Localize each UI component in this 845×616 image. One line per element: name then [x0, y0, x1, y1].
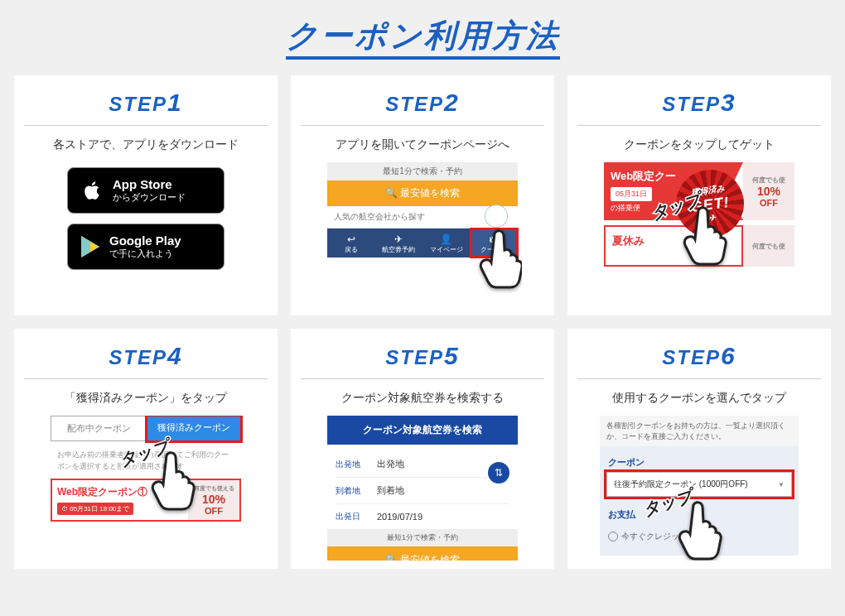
touch-ripple-icon: [485, 205, 507, 227]
step-card-4: STEP4 「獲得済みクーポン」をタップ 配布中クーポン 獲得済みクーポン お申…: [14, 329, 278, 569]
mock-search-bar: 最安値を検索: [327, 180, 518, 206]
step-visual: 配布中クーポン 獲得済みクーポン お申込み前の搭乗者情報入力画面にてご利用のクー…: [46, 416, 245, 561]
select-note: 各種割引クーポンをお持ちの方は、一覧より選択頂くか、コードを直接ご入力ください。: [600, 416, 799, 446]
app-store-name: App Store: [113, 177, 186, 192]
apple-icon: [81, 180, 103, 201]
google-play-badge[interactable]: Google Playで手に入れよう: [67, 224, 225, 270]
search-tagline: 最短1分で検索・予約: [327, 529, 518, 546]
app-store-sub: からダウンロード: [113, 192, 186, 203]
step-label: STEP1: [109, 89, 182, 117]
step-card-2: STEP2 アプリを開いてクーポンページへ 最短1分で検索・予約 最安値を検索 …: [291, 75, 554, 315]
step-card-5: STEP5 クーポン対象航空券を検索する クーポン対象航空券を検索 出発地出発地…: [291, 329, 554, 569]
step-card-6: STEP6 使用するクーポンを選んでタップ 各種割引クーポンをお持ちの方は、一覧…: [567, 329, 831, 569]
nav-back: ↩戻る: [327, 229, 375, 257]
step-desc: クーポン対象航空券を検索する: [341, 391, 504, 406]
app-store-badge[interactable]: App Storeからダウンロード: [67, 167, 225, 214]
step-visual: App Storeからダウンロード Google Playで手に入れよう: [46, 162, 245, 307]
steps-grid: STEP1 各ストアで、アプリをダウンロード App Storeからダウンロード…: [0, 67, 845, 569]
step-desc: クーポンをタップしてゲット: [624, 137, 775, 152]
step-visual: 最短1分で検索・予約 最安値を検索 人気の航空会社から探す ↩戻る ✈航空券予約…: [323, 162, 522, 307]
divider: [24, 378, 268, 379]
nav-booking: ✈航空券予約: [375, 229, 423, 257]
google-play-name: Google Play: [109, 233, 181, 248]
chevron-down-icon: ▼: [778, 481, 785, 488]
step-desc: 「獲得済みクーポン」をタップ: [65, 391, 227, 406]
coupon-right: 何度でも使 10%OFF: [743, 162, 794, 220]
divider: [577, 125, 821, 126]
step-card-1: STEP1 各ストアで、アプリをダウンロード App Storeからダウンロード…: [14, 75, 278, 315]
nav-mypage: 👤マイページ: [422, 229, 471, 257]
tab-distributing: 配布中クーポン: [51, 416, 147, 441]
nav-coupon: 🎟クーポン: [471, 229, 519, 257]
divider: [24, 125, 268, 126]
step-card-3: STEP3 クーポンをタップしてゲット Web限定クー 05月31日 の搭乗便 …: [567, 75, 831, 315]
step-desc: アプリを開いてクーポンページへ: [336, 137, 509, 152]
coupon-card: Web限定クーポン① ⏱ 05月31日 18:00まで 何度でも使える10%OF…: [51, 479, 241, 522]
coupon2-right: 何度でも使: [743, 225, 794, 267]
search-mock: クーポン対象航空券を検索 出発地出発地 到着地到着地 出発日2019/07/19…: [327, 416, 518, 561]
page-title: クーポン利用方法: [0, 0, 845, 67]
step-visual: クーポン対象航空券を検索 出発地出発地 到着地到着地 出発日2019/07/19…: [323, 416, 522, 561]
divider: [301, 378, 544, 379]
step-desc: 使用するクーポンを選んでタップ: [612, 391, 786, 406]
divider: [577, 378, 821, 379]
step-visual: Web限定クー 05月31日 の搭乗便 何度でも使 10%OFF 夏休み 何度で…: [600, 162, 799, 307]
search-header: クーポン対象航空券を検索: [327, 416, 518, 445]
step-label: STEP4: [109, 342, 182, 370]
step-label: STEP3: [662, 89, 736, 117]
step-label: STEP6: [662, 342, 736, 370]
step-visual: 各種割引クーポンをお持ちの方は、一覧より選択頂くか、コードを直接ご入力ください。…: [600, 416, 799, 561]
step-desc: 各ストアで、アプリをダウンロード: [53, 137, 239, 152]
step-label: STEP2: [385, 89, 459, 117]
swap-icon: ⇅: [488, 462, 509, 484]
coupon-select: 往復予約限定クーポン (1000円OFF)▼: [606, 472, 792, 497]
google-play-icon: [81, 236, 99, 257]
mock-tagline: 最短1分で検索・予約: [327, 162, 518, 180]
coupon-section-label: クーポン: [606, 453, 792, 472]
step-label: STEP5: [385, 342, 459, 370]
tabs-mock: 配布中クーポン 獲得済みクーポン お申込み前の搭乗者情報入力画面にてご利用のクー…: [51, 416, 241, 525]
divider: [301, 125, 544, 126]
mock-bottom-nav: ↩戻る ✈航空券予約 👤マイページ 🎟クーポン: [327, 229, 518, 257]
google-play-sub: で手に入れよう: [109, 248, 181, 259]
search-btn: 最安値を検索: [327, 546, 518, 561]
